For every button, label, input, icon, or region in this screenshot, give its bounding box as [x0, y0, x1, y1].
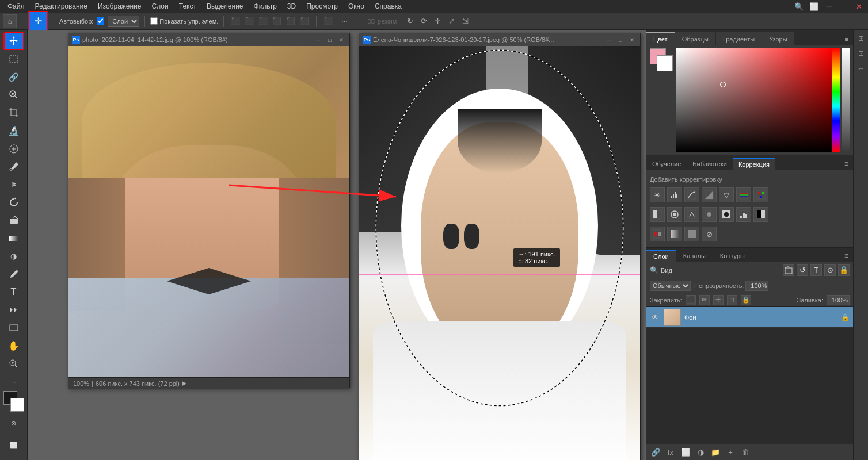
correction-lookup[interactable]	[702, 207, 717, 222]
align-right-icon[interactable]: ⬛	[257, 15, 269, 28]
tab-learning[interactable]: Обучение	[646, 158, 687, 170]
correction-blackwhite[interactable]	[650, 207, 665, 222]
color-swatches[interactable]	[3, 391, 24, 412]
correction-hsl[interactable]	[736, 187, 751, 202]
3d-slide-icon[interactable]: ⤢	[445, 15, 458, 28]
link-layers-btn[interactable]: 🔗	[650, 447, 661, 458]
lock-all[interactable]: 🔒	[741, 295, 751, 305]
marquee-tool[interactable]	[3, 51, 24, 68]
tab-channels[interactable]: Каналы	[676, 250, 713, 262]
zoom-tool[interactable]	[3, 355, 24, 373]
layers-type-icon[interactable]: T	[810, 264, 822, 276]
mini-btn-2[interactable]: ⊡	[855, 47, 867, 60]
menu-help[interactable]: Справка	[370, 1, 406, 12]
heal-tool[interactable]	[3, 140, 24, 158]
dodge-tool[interactable]: ◑	[3, 248, 24, 265]
layer-visibility-toggle[interactable]: 👁	[650, 312, 660, 323]
lock-position[interactable]: ✛	[713, 295, 724, 305]
new-group-btn[interactable]: 📁	[710, 447, 721, 458]
lock-artboard[interactable]: ◻	[727, 295, 737, 305]
mini-btn-1[interactable]: ⊞	[855, 32, 867, 45]
opacity-input[interactable]	[745, 281, 768, 291]
move-tool[interactable]	[3, 32, 24, 50]
correction-pattern[interactable]: ⊘	[702, 227, 717, 241]
doc-maximize-1[interactable]: □	[325, 35, 334, 44]
tab-color[interactable]: Цвет	[646, 32, 675, 45]
correction-levels[interactable]	[667, 187, 682, 202]
auto-select-checkbox[interactable]	[97, 17, 104, 25]
color-gradient-area[interactable]	[676, 48, 832, 152]
tab-libraries[interactable]: Библиотеки	[687, 158, 733, 170]
correction-photof[interactable]	[667, 207, 682, 222]
correction-posterize[interactable]	[736, 207, 751, 222]
crop-tool[interactable]	[3, 104, 24, 121]
hue-strip[interactable]	[832, 48, 840, 152]
menu-filter[interactable]: Фильтр	[249, 1, 281, 12]
tab-patterns[interactable]: Узоры	[762, 32, 794, 45]
search-icon[interactable]: 🔍	[793, 0, 805, 13]
lock-image-pixels[interactable]: ✏	[699, 295, 710, 305]
add-style-btn[interactable]: fx	[665, 447, 676, 458]
brush-tool[interactable]	[3, 158, 24, 175]
doc-minimize-2[interactable]: ─	[604, 35, 614, 44]
path-select-tool[interactable]	[3, 301, 24, 319]
eraser-tool[interactable]	[3, 212, 24, 229]
new-layer-btn[interactable]: +	[725, 447, 736, 458]
color-panel-collapse[interactable]: ≡	[840, 33, 853, 45]
align-top-icon[interactable]: ⬛	[271, 15, 283, 28]
align-bottom-icon[interactable]: ⬛	[298, 15, 311, 28]
doc-minimize-1[interactable]: ─	[314, 35, 323, 44]
pen-tool[interactable]	[3, 266, 24, 283]
3d-rotate-icon[interactable]: ↻	[403, 15, 416, 28]
correction-curves[interactable]	[684, 187, 699, 202]
home-button[interactable]: ⌂	[3, 14, 17, 28]
close-icon[interactable]: ✕	[852, 0, 865, 13]
show-transform-checkbox[interactable]	[150, 17, 158, 25]
correction-channelmix[interactable]	[684, 207, 699, 222]
eyedropper-tool[interactable]: 🔬	[3, 122, 24, 140]
new-adjustment-btn[interactable]: ◑	[695, 447, 706, 458]
arrange-icon[interactable]: ⬜	[808, 0, 820, 13]
history-brush-tool[interactable]	[3, 194, 24, 211]
layers-new-group[interactable]	[783, 264, 794, 276]
background-swatch[interactable]	[657, 55, 673, 71]
layers-panel-collapse[interactable]: ≡	[840, 250, 853, 262]
correction-vibrance[interactable]: ▽	[719, 187, 734, 202]
delete-layer-btn[interactable]: 🗑	[740, 447, 751, 458]
menu-3d[interactable]: 3D	[283, 1, 300, 12]
clone-stamp-tool[interactable]: 🖱	[3, 176, 24, 193]
layers-link-icon[interactable]: 🔒	[838, 264, 850, 276]
layers-adjust-icon[interactable]: ⊙	[824, 264, 836, 276]
align-center-icon[interactable]: ⬛	[243, 15, 256, 28]
move-tool-button[interactable]: ✛	[28, 11, 48, 32]
lasso-tool[interactable]: 🔗	[3, 68, 24, 86]
menu-edit[interactable]: Редактирование	[31, 1, 92, 12]
doc-maximize-2[interactable]: □	[616, 35, 625, 44]
menu-window[interactable]: Окно	[344, 1, 369, 12]
lock-transparent-pixels[interactable]: ⬛	[686, 295, 696, 305]
correction-selectcolor[interactable]	[650, 227, 665, 241]
correction-solid[interactable]	[684, 227, 699, 241]
minimize-icon[interactable]: ─	[823, 0, 835, 13]
tab-swatches[interactable]: Образцы	[675, 32, 715, 45]
layers-filter-icon[interactable]: ↺	[797, 264, 808, 276]
correction-invert[interactable]	[719, 207, 734, 222]
tab-correction[interactable]: Коррекция	[733, 158, 775, 170]
screen-mode[interactable]: ⬜	[3, 435, 24, 455]
layer-row-fon[interactable]: 👁 Фон 🔒	[646, 307, 853, 328]
tab-layers[interactable]: Слои	[646, 250, 676, 262]
correction-colorbalance[interactable]	[753, 187, 768, 202]
maximize-icon[interactable]: □	[837, 0, 850, 13]
doc-canvas-2[interactable]: →: 191 пикс. ↕: 82 пикс.	[359, 46, 640, 460]
correction-exposure[interactable]	[702, 187, 717, 202]
gradient-tool[interactable]	[3, 230, 24, 247]
align-left-icon[interactable]: ⬛	[229, 15, 242, 28]
3d-pan-icon[interactable]: ✛	[431, 15, 444, 28]
align-middle-icon[interactable]: ⬛	[284, 15, 297, 28]
mini-btn-3[interactable]: ↔	[855, 62, 867, 75]
correction-collapse[interactable]: ≡	[840, 158, 853, 170]
alpha-strip[interactable]	[842, 48, 850, 152]
menu-select[interactable]: Выделение	[202, 1, 248, 12]
menu-view[interactable]: Просмотр	[302, 1, 342, 12]
correction-brightness[interactable]: ☀	[650, 187, 665, 202]
